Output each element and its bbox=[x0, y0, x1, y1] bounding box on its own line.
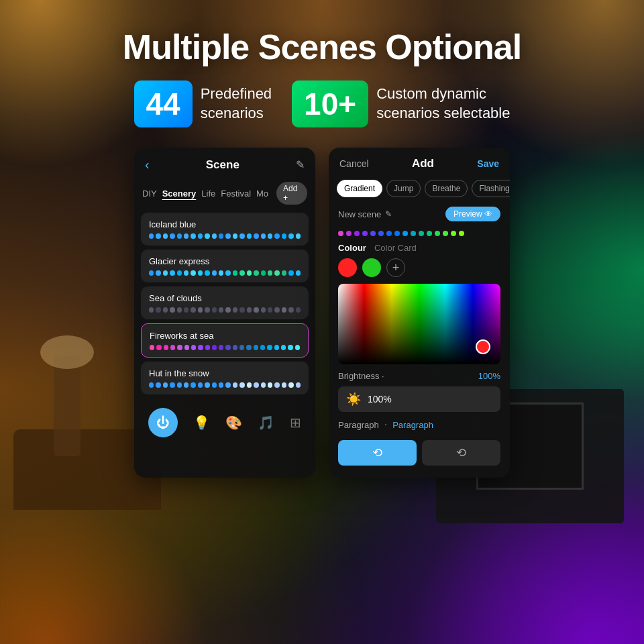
dot bbox=[177, 345, 182, 350]
dot bbox=[260, 345, 265, 350]
tab-life[interactable]: Life bbox=[201, 189, 215, 199]
mode-jump[interactable]: Jump bbox=[386, 180, 421, 197]
music-icon[interactable]: 🎵 bbox=[258, 415, 274, 431]
dot bbox=[288, 270, 293, 276]
dot bbox=[191, 345, 196, 350]
paragraph-row: Paragraph · Paragraph bbox=[338, 419, 500, 431]
tab-mo[interactable]: Mo bbox=[256, 189, 268, 199]
power-button[interactable]: ⏻ bbox=[148, 408, 178, 437]
preview-dots-row bbox=[329, 227, 510, 243]
preview-dot bbox=[451, 231, 456, 236]
dot bbox=[163, 233, 168, 239]
dot bbox=[219, 270, 223, 276]
scene-item[interactable]: Glacier express bbox=[141, 250, 309, 282]
preview-dot bbox=[411, 231, 416, 236]
stat-desc-predefined: Predefinedscenarios bbox=[201, 85, 272, 123]
cancel-button[interactable]: Cancel bbox=[339, 158, 369, 169]
stats-row: 44 Predefinedscenarios 10+ Custom dynami… bbox=[0, 80, 644, 127]
dot bbox=[184, 270, 189, 276]
scene-name: Glacier express bbox=[149, 256, 301, 266]
color-picker[interactable] bbox=[338, 284, 500, 364]
dot bbox=[156, 233, 160, 239]
dot bbox=[156, 307, 160, 313]
dot bbox=[219, 307, 223, 313]
preview-dot bbox=[378, 231, 384, 236]
swatch-green[interactable] bbox=[362, 258, 381, 277]
swatch-red[interactable] bbox=[338, 258, 357, 277]
bulb-icon[interactable]: 💡 bbox=[193, 415, 210, 431]
loop-active-button[interactable]: ⟲ bbox=[338, 440, 417, 466]
right-panel-header: Cancel Add Save bbox=[329, 148, 510, 176]
color-label-row: Colour Color Card bbox=[338, 243, 500, 253]
scene-dots bbox=[149, 233, 301, 239]
scene-item[interactable]: Fireworks at sea bbox=[141, 323, 309, 358]
tab-festival[interactable]: Festival bbox=[221, 189, 251, 199]
stat-number-10: 10+ bbox=[292, 80, 368, 127]
tab-scenery[interactable]: Scenery bbox=[162, 189, 197, 199]
brightness-label: Brightness · bbox=[338, 371, 384, 381]
picker-cursor[interactable] bbox=[476, 339, 490, 354]
back-button[interactable]: ‹ bbox=[145, 157, 150, 172]
dot bbox=[282, 307, 286, 313]
dot bbox=[239, 307, 244, 313]
dot bbox=[156, 382, 160, 388]
scene-dots bbox=[149, 270, 301, 276]
dot bbox=[170, 233, 174, 239]
scene-dots bbox=[149, 382, 301, 388]
dot bbox=[177, 307, 182, 313]
palette-icon[interactable]: 🎨 bbox=[225, 415, 242, 431]
dot bbox=[212, 382, 217, 388]
dot bbox=[233, 307, 237, 313]
dot bbox=[198, 270, 203, 276]
brightness-input[interactable]: 100% bbox=[368, 394, 492, 405]
dot bbox=[198, 307, 203, 313]
dot bbox=[261, 270, 266, 276]
dot bbox=[164, 345, 168, 350]
new-scene-row: New scene ✎ Preview 👁 bbox=[329, 201, 510, 227]
dot bbox=[239, 382, 244, 388]
brightness-value: 100% bbox=[478, 371, 500, 381]
loop-inactive-button[interactable]: ⟲ bbox=[422, 440, 500, 466]
swatch-add-button[interactable]: + bbox=[386, 258, 405, 277]
dot bbox=[163, 270, 168, 276]
dot bbox=[268, 382, 272, 388]
colour-tab[interactable]: Colour bbox=[338, 243, 366, 253]
dot bbox=[191, 307, 195, 313]
dot bbox=[233, 345, 237, 350]
dot bbox=[268, 307, 272, 313]
edit-scene-icon[interactable]: ✎ bbox=[385, 209, 392, 219]
scene-item[interactable]: Iceland blue bbox=[141, 213, 309, 246]
grid-icon[interactable]: ⊞ bbox=[290, 415, 301, 431]
page-title: Multiple Scenes Optional bbox=[0, 27, 644, 67]
bottom-buttons: ⟲ ⟲ bbox=[329, 437, 510, 471]
dot bbox=[225, 307, 230, 313]
dot bbox=[247, 233, 252, 239]
dot bbox=[212, 270, 217, 276]
dot bbox=[191, 270, 195, 276]
para-link[interactable]: Paragraph bbox=[392, 420, 433, 430]
scene-dots bbox=[149, 307, 301, 313]
edit-icon[interactable]: ✎ bbox=[296, 158, 305, 171]
dot bbox=[274, 382, 279, 388]
scene-item[interactable]: Sea of clouds bbox=[141, 286, 309, 319]
mode-breathe[interactable]: Breathe bbox=[425, 180, 468, 197]
scene-name: Iceland blue bbox=[149, 219, 301, 229]
dot bbox=[149, 382, 154, 388]
mode-gradient[interactable]: Gradient bbox=[337, 180, 382, 197]
dot bbox=[177, 233, 182, 239]
dot bbox=[156, 270, 160, 276]
dot bbox=[198, 345, 203, 350]
dot bbox=[219, 345, 223, 350]
dot bbox=[177, 382, 182, 388]
tab-add-button[interactable]: Add + bbox=[276, 182, 307, 205]
preview-dot bbox=[386, 231, 392, 236]
preview-button[interactable]: Preview 👁 bbox=[445, 207, 500, 221]
dot bbox=[170, 270, 174, 276]
scene-item[interactable]: Hut in the snow bbox=[141, 362, 309, 394]
color-card-tab[interactable]: Color Card bbox=[374, 243, 417, 253]
dot bbox=[163, 382, 168, 388]
preview-dot bbox=[419, 231, 424, 236]
save-button[interactable]: Save bbox=[477, 158, 499, 169]
mode-flashing[interactable]: Flashing bbox=[472, 180, 510, 197]
tab-diy[interactable]: DIY bbox=[142, 189, 157, 199]
